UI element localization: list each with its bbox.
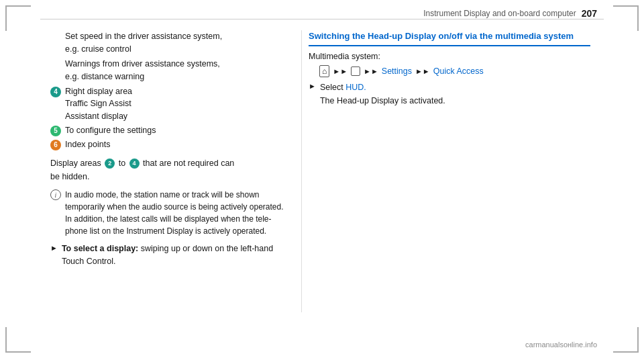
text-set-speed-1: Set speed in the driver assistance syste… [65, 30, 292, 43]
inline-badge-4: 4 [129, 159, 140, 169]
nav-arrow1: ►► [333, 67, 347, 75]
text-warnings-2: e.g. distance warning [65, 71, 292, 83]
display-areas-text2: that are not required can [143, 159, 234, 168]
info-block: i In audio mode, the station name or tra… [50, 189, 292, 237]
arrow-select-display: ► To select a display: swiping up or dow… [50, 242, 292, 269]
badge-6: 6 [50, 140, 61, 150]
arrow-label: To select a display: [62, 244, 138, 253]
item-5-text: To configure the settings [65, 124, 156, 137]
item-4-line1: Right display area [65, 85, 132, 98]
arrow-text: To select a display: swiping up or down … [62, 242, 292, 269]
inline-badge-2: 2 [105, 159, 115, 169]
badge-4: 4 [50, 87, 61, 97]
corner-decoration-bl [5, 327, 31, 353]
multimedia-text: Multimedia system: [309, 52, 380, 61]
column-divider [301, 30, 302, 312]
select-prefix: Select [320, 83, 343, 92]
line-set-speed: Set speed in the driver assistance syste… [65, 30, 292, 56]
page-header: Instrument Display and on-board computer… [423, 8, 597, 19]
multimedia-label: Multimedia system: [309, 52, 590, 61]
info-icon: i [50, 189, 61, 200]
text-set-speed-2: e.g. cruise control [65, 43, 292, 56]
item-6-text: Index points [65, 138, 110, 151]
watermark-text: carmanualsонline.info [525, 341, 597, 349]
item-4-line2: Traffic Sign Assist [65, 97, 132, 110]
right-column: Switching the Head-up Display on/off via… [309, 30, 590, 107]
nav-settings: Settings [382, 66, 412, 76]
display-areas-text3: be hidden. [50, 172, 89, 181]
display-areas-block: Display areas 2 to 4 that are not requir… [50, 157, 292, 183]
section-divider [309, 45, 590, 46]
item-4-line3: Assistant display [65, 110, 132, 123]
watermark: carmanualsонline.info [525, 341, 597, 349]
select-text: Select HUD. The Head-up Display is activ… [320, 81, 445, 107]
header-title: Instrument Display and on-board computer [423, 9, 576, 18]
nav-box-icon [351, 66, 360, 76]
info-text: In audio mode, the station name or track… [65, 189, 292, 237]
header-rule [40, 19, 604, 19]
page-number: 207 [582, 8, 597, 19]
item-6: 6 Index points [50, 138, 292, 151]
badge-5: 5 [50, 126, 61, 136]
nav-home-icon: ⌂ [319, 65, 329, 77]
select-suffix: The Head-up Display is activated. [320, 96, 445, 105]
display-areas-to: to [119, 159, 125, 168]
nav-arrow3: ►► [415, 67, 430, 75]
corner-decoration-tr [613, 5, 639, 31]
nav-quickaccess: Quick Access [433, 66, 484, 76]
item-4-content: Right display area Traffic Sign Assist A… [65, 85, 132, 123]
text-warnings-1: Warnings from driver assistance systems, [65, 58, 292, 71]
item-5: 5 To configure the settings [50, 124, 292, 137]
corner-decoration-tl [5, 5, 31, 31]
hud-link: HUD. [345, 83, 366, 92]
section-title: Switching the Head-up Display on/off via… [309, 30, 590, 42]
nav-arrow2: ►► [364, 67, 378, 75]
display-areas-text1: Display areas [50, 159, 101, 168]
page-container: Instrument Display and on-board computer… [0, 0, 644, 358]
select-hud-item: ► Select HUD. The Head-up Display is act… [309, 81, 590, 107]
item-4: 4 Right display area Traffic Sign Assist… [50, 85, 292, 123]
nav-path: ⌂ ►► ►► Settings ►► Quick Access [319, 65, 590, 77]
right-arrow-icon: ► [309, 82, 316, 90]
arrow-icon: ► [50, 244, 58, 252]
line-warnings: Warnings from driver assistance systems,… [65, 58, 292, 84]
left-column: Set speed in the driver assistance syste… [50, 30, 292, 269]
corner-decoration-br [613, 327, 639, 353]
